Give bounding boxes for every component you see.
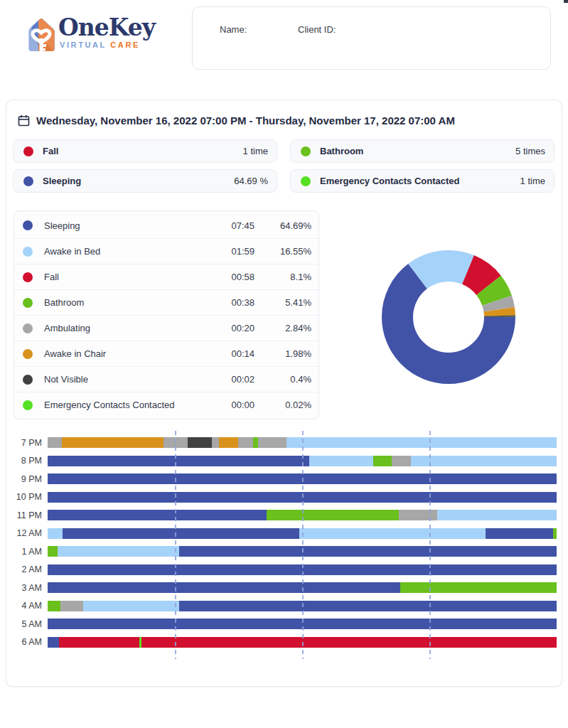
legend-label: Bathroom xyxy=(44,297,210,308)
legend-row-fall: Fall00:588.1% xyxy=(14,264,318,289)
legend-percent: 2.84% xyxy=(254,323,311,333)
timeline-segment-sleeping xyxy=(63,528,299,539)
timeline-hour-label: 1 AM xyxy=(12,547,42,557)
summary-card-value: 64.69 % xyxy=(234,176,268,186)
legend-percent: 5.41% xyxy=(254,297,311,308)
corner-mark xyxy=(564,0,568,3)
legend-time: 00:02 xyxy=(210,374,254,385)
timeline-segment-ambulating xyxy=(258,437,287,448)
legend-dot-awake_in_bed xyxy=(23,247,33,257)
brand-tagline: VIRTUAL CARE xyxy=(60,41,155,49)
summary-card-value: 1 time xyxy=(520,176,545,186)
tagline-virtual: VIRTUAL xyxy=(60,41,107,49)
timeline-segment-awake_in_chair xyxy=(219,437,238,448)
timeline-row: 1 AM xyxy=(12,546,557,557)
legend-row-bathroom: Bathroom00:385.41% xyxy=(14,289,318,315)
summary-cards: Fall1 timeBathroom5 timesSleeping64.69 %… xyxy=(13,139,554,193)
timeline-segment-awake_in_bed xyxy=(411,456,557,466)
timeline-row: 5 AM xyxy=(12,619,557,629)
timeline-segment-bathroom xyxy=(253,437,258,448)
legend-label: Fall xyxy=(44,272,210,282)
legend-row-ambulating: Ambulating00:202.84% xyxy=(14,315,318,341)
timeline-hour-label: 4 AM xyxy=(12,601,42,611)
onekey-logo: OneKey VIRTUAL CARE xyxy=(27,16,191,55)
timeline-segment-ambulating xyxy=(48,437,62,448)
onekey-house-icon xyxy=(27,17,55,53)
timeline-row: 3 AM xyxy=(12,582,557,593)
report-card: Wednesday, November 16, 2022 07:00 PM - … xyxy=(6,100,562,687)
timeline-segment-bathroom xyxy=(48,546,58,557)
timeline-segment-sleeping xyxy=(48,510,267,520)
timeline-segment-not_visible xyxy=(188,437,213,448)
date-range-row: Wednesday, November 16, 2022 07:00 PM - … xyxy=(18,114,455,127)
summary-card-value: 5 times xyxy=(515,146,545,156)
legend-time: 00:00 xyxy=(210,400,254,410)
timeline-segment-bathroom xyxy=(267,510,399,520)
date-range-title: Wednesday, November 16, 2022 07:00 PM - … xyxy=(36,114,455,127)
timeline-segment-fall xyxy=(59,637,139,648)
timeline-hour-label: 10 PM xyxy=(12,492,42,502)
timeline-row: 4 AM xyxy=(12,601,557,611)
legend-row-sleeping: Sleeping07:4564.69% xyxy=(14,213,318,238)
name-label: Name: xyxy=(220,24,247,35)
calendar-icon xyxy=(18,114,30,127)
legend-percent: 8.1% xyxy=(254,272,311,282)
timeline-segment-awake_in_bed xyxy=(286,437,556,448)
timeline-hour-label: 2 AM xyxy=(12,564,42,574)
client-id-label: Client ID: xyxy=(298,24,336,35)
legend-label: Ambulating xyxy=(44,323,210,333)
legend-dot-fall xyxy=(23,146,33,156)
legend-dot-not_visible xyxy=(23,375,33,385)
timeline-hour-label: 11 PM xyxy=(12,510,42,520)
legend-row-not_visible: Not Visible00:020.4% xyxy=(14,366,318,392)
legend-time: 01:59 xyxy=(210,246,254,257)
summary-card-value: 1 time xyxy=(243,146,268,156)
legend-row-awake_in_chair: Awake in Chair00:141.98% xyxy=(14,341,318,366)
hourly-timeline-chart: 7 PM8 PM9 PM10 PM11 PM12 AM1 AM2 AM3 AM4… xyxy=(12,437,557,648)
timeline-segment-fall xyxy=(141,637,557,648)
legend-dot-fall xyxy=(23,272,33,282)
summary-card-bathroom: Bathroom5 times xyxy=(290,139,554,163)
tagline-care: CARE xyxy=(110,41,140,49)
timeline-segment-awake_in_chair xyxy=(62,437,164,448)
timeline-segment-awake_in_bed xyxy=(83,601,179,611)
legend-label: Emergency Contacts Contacted xyxy=(44,400,210,410)
timeline-row: 8 PM xyxy=(12,456,557,466)
legend-dot-bathroom xyxy=(301,146,311,156)
legend-dot-ambulating xyxy=(23,323,33,333)
timeline-hour-label: 7 PM xyxy=(12,438,42,448)
patient-info-box: Name: Client ID: xyxy=(192,6,551,70)
legend-time: 00:20 xyxy=(210,323,254,333)
brand-name: OneKey xyxy=(58,16,155,40)
legend-label: Not Visible xyxy=(44,374,210,385)
legend-time: 00:14 xyxy=(210,348,254,359)
legend-percent: 0.02% xyxy=(254,400,311,410)
timeline-segment-awake_in_bed xyxy=(437,510,557,520)
legend-dot-sleeping xyxy=(23,176,33,186)
timeline-segment-bathroom xyxy=(553,528,557,539)
legend-time: 07:45 xyxy=(210,220,254,231)
summary-card-label: Emergency Contacts Contacted xyxy=(320,176,520,186)
donut-svg xyxy=(381,250,516,385)
timeline-row: 11 PM xyxy=(12,510,557,520)
legend-label: Sleeping xyxy=(44,220,210,231)
legend-percent: 64.69% xyxy=(254,220,311,231)
timeline-segment-bathroom xyxy=(48,601,60,611)
timeline-segment-bathroom xyxy=(373,456,392,466)
timeline-segment-bathroom xyxy=(400,582,557,593)
timeline-segment-ambulating xyxy=(212,437,219,448)
timeline-segment-ambulating xyxy=(399,510,437,520)
timeline-segment-sleeping xyxy=(179,546,557,557)
summary-card-fall: Fall1 time xyxy=(13,139,277,163)
legend-dot-sleeping xyxy=(23,220,33,230)
summary-card-sleeping: Sleeping64.69 % xyxy=(13,169,277,193)
timeline-segment-awake_in_bed xyxy=(48,528,63,539)
timeline-segment-sleeping xyxy=(48,582,400,593)
legend-percent: 16.55% xyxy=(254,246,311,257)
legend-row-emergency: Emergency Contacts Contacted00:000.02% xyxy=(14,392,318,417)
legend-dot-bathroom xyxy=(23,298,33,308)
activity-legend-table: Sleeping07:4564.69%Awake in Bed01:5916.5… xyxy=(14,210,319,419)
legend-percent: 1.98% xyxy=(254,348,311,359)
timeline-row: 2 AM xyxy=(12,564,557,575)
activity-donut-chart xyxy=(381,250,516,385)
